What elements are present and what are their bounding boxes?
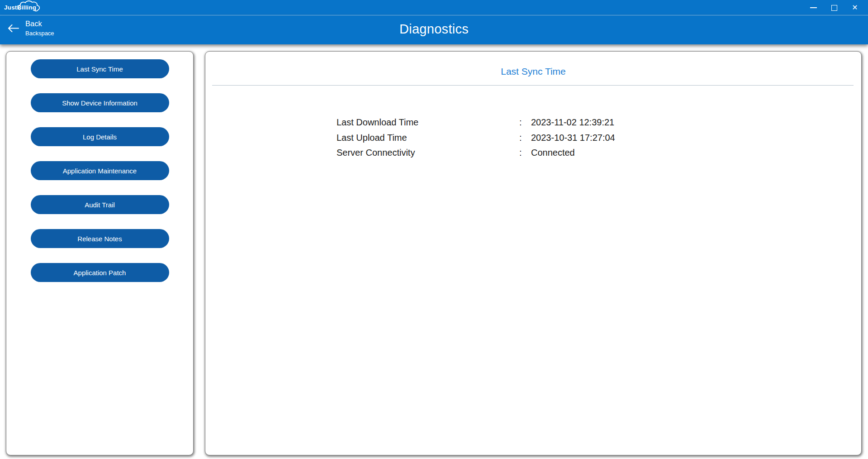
page-title: Diagnostics bbox=[0, 22, 868, 37]
panel-title: Last Sync Time bbox=[205, 65, 861, 78]
sidebar-button-show-device-information[interactable]: Show Device Information bbox=[31, 93, 169, 112]
app-logo: JustBilling bbox=[4, 4, 36, 13]
app-logo-text: JustBilling bbox=[4, 4, 36, 11]
row-value: Connected bbox=[531, 148, 575, 158]
row-label: Last Download Time bbox=[337, 117, 519, 128]
row-label: Server Connectivity bbox=[337, 148, 519, 158]
info-row-last-download-time: Last Download Time : 2023-11-02 12:39:21 bbox=[337, 115, 861, 130]
sidebar: Last Sync Time Show Device Information L… bbox=[6, 51, 194, 455]
sidebar-button-release-notes[interactable]: Release Notes bbox=[31, 229, 169, 248]
info-row-last-upload-time: Last Upload Time : 2023-10-31 17:27:04 bbox=[337, 130, 861, 146]
window-controls: ✕ bbox=[803, 0, 865, 15]
main-panel: Last Sync Time Last Download Time : 2023… bbox=[205, 51, 862, 455]
sidebar-button-last-sync-time[interactable]: Last Sync Time bbox=[31, 59, 169, 78]
sync-info-list: Last Download Time : 2023-11-02 12:39:21… bbox=[337, 115, 861, 161]
sidebar-button-application-maintenance[interactable]: Application Maintenance bbox=[31, 161, 169, 180]
sidebar-button-log-details[interactable]: Log Details bbox=[31, 127, 169, 146]
row-separator: : bbox=[519, 133, 531, 143]
row-value: 2023-11-02 12:39:21 bbox=[531, 117, 614, 128]
page-header: Back Backspace Diagnostics bbox=[0, 15, 868, 44]
row-separator: : bbox=[519, 117, 531, 128]
minimize-button[interactable] bbox=[803, 0, 824, 15]
minimize-icon bbox=[810, 7, 817, 8]
row-label: Last Upload Time bbox=[337, 133, 519, 143]
title-bar: JustBilling ✕ bbox=[0, 0, 868, 15]
close-button[interactable]: ✕ bbox=[844, 0, 865, 15]
maximize-icon bbox=[831, 5, 837, 11]
divider bbox=[212, 85, 854, 86]
info-row-server-connectivity: Server Connectivity : Connected bbox=[337, 145, 861, 161]
row-value: 2023-10-31 17:27:04 bbox=[531, 133, 615, 143]
sidebar-button-audit-trail[interactable]: Audit Trail bbox=[31, 195, 169, 214]
row-separator: : bbox=[519, 148, 531, 158]
close-icon: ✕ bbox=[852, 4, 858, 11]
maximize-button[interactable] bbox=[824, 0, 844, 15]
sidebar-button-application-patch[interactable]: Application Patch bbox=[31, 263, 169, 282]
